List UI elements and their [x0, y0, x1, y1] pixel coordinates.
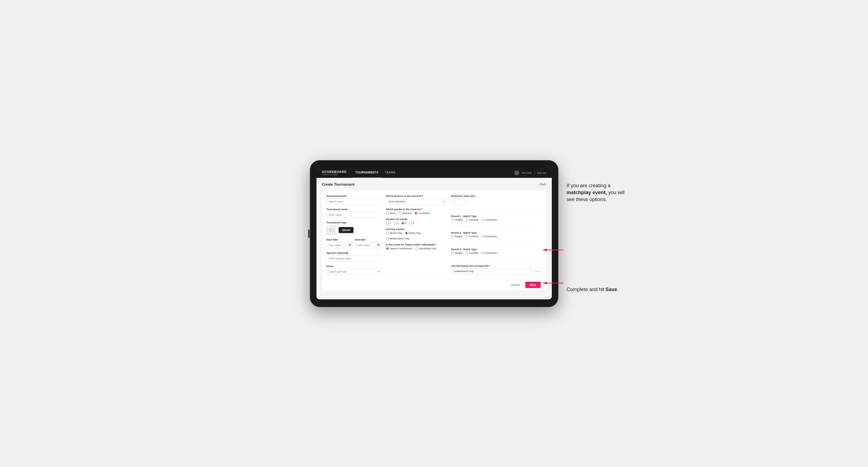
rounds-2[interactable]: 2 — [394, 222, 399, 224]
form-container: Tournament Host Tournament name Tourname… — [322, 190, 546, 279]
round1-fourball-label: Fourball — [469, 218, 478, 221]
round3-fourball-radio[interactable] — [466, 252, 468, 254]
cancel-button[interactable]: Cancel — [508, 282, 523, 288]
api-value: Leaderboard King — [454, 270, 474, 273]
save-button[interactable]: Save — [525, 282, 540, 288]
gender-mens-radio[interactable] — [386, 212, 389, 215]
venue-select-wrapper — [327, 269, 382, 275]
page-title: Create Tournament — [322, 182, 354, 186]
round2-foursomes-radio[interactable] — [481, 235, 484, 238]
upload-button[interactable]: Upload — [339, 227, 354, 233]
start-date-wrapper: 📅 — [327, 242, 353, 248]
api-label: Use third-party live scoring API? — [451, 264, 542, 267]
division-select-wrapper: NCAA Division I — [386, 198, 447, 205]
gender-womens-radio[interactable] — [399, 212, 401, 215]
round2-foursomes[interactable]: Foursomes — [481, 235, 497, 238]
scoring-match[interactable]: Match Play — [405, 232, 421, 235]
gender-womens[interactable]: Womens — [399, 212, 412, 215]
round3-label: Round 3 - Match Type — [451, 248, 542, 251]
round1-singles-label: Singles — [455, 218, 463, 221]
round1-fourball-radio[interactable] — [466, 218, 468, 221]
round3-singles-radio[interactable] — [451, 252, 454, 254]
form-footer: Cancel Save — [322, 279, 546, 290]
tournament-name-input[interactable] — [327, 212, 382, 218]
round2-singles[interactable]: Singles — [451, 235, 463, 238]
gender-radio-group: Mens Womens Combined — [386, 212, 447, 215]
event-individuals[interactable]: Individuals Only — [415, 247, 436, 250]
round2-singles-label: Singles — [455, 235, 463, 238]
rounds-3[interactable]: 3 — [402, 222, 406, 224]
annotation-bottom: Complete and hit Save. — [567, 286, 630, 293]
rounds-1-radio[interactable] — [386, 222, 389, 224]
signout-link[interactable]: Sign out — [537, 172, 546, 174]
venue-input[interactable] — [327, 269, 382, 275]
rounds-4-radio[interactable] — [409, 222, 412, 224]
tablet-frame: SCOREBOARD Powered by clippit TOURNAMENT… — [310, 160, 558, 307]
division-select[interactable]: NCAA Division I — [386, 198, 447, 205]
form-col-mid: Which division is the event for? NCAA Di… — [386, 195, 447, 275]
round1-radio-group: Singles Fourball Foursomes — [451, 218, 542, 221]
round2-match-type: Round 2 - Match Type Singles Fourball — [451, 231, 542, 238]
event-teams[interactable]: Teams (+Individuals) — [386, 247, 412, 250]
round1-fourball[interactable]: Fourball — [466, 218, 478, 221]
event-teams-radio[interactable] — [386, 247, 389, 250]
rounds-1[interactable]: 1 — [386, 222, 391, 224]
event-type-radio-group: Teams (+Individuals) Individuals Only — [386, 247, 447, 250]
round1-foursomes-radio[interactable] — [481, 218, 484, 221]
form-col-right: Maximum Team Size Round 1 - Match Type S… — [451, 195, 542, 275]
nav-tab-teams[interactable]: TEAMS — [382, 168, 399, 178]
round1-match-type: Round 1 - Match Type Singles Fourball — [451, 215, 542, 221]
api-select-wrapper[interactable]: Leaderboard King ✕ ▾ — [451, 269, 542, 274]
event-teams-label: Teams (+Individuals) — [390, 247, 412, 250]
logo-text: SCOREBOARD — [322, 170, 347, 174]
nav-logo: SCOREBOARD Powered by clippit — [322, 170, 347, 175]
scoring-stroke-radio[interactable] — [386, 232, 389, 235]
tournament-logo-label: Tournament logo — [327, 221, 382, 224]
gender-combined[interactable]: Combined — [414, 212, 429, 215]
scoring-match-radio[interactable] — [405, 232, 408, 235]
logo-subtext: Powered by clippit — [322, 174, 347, 175]
rounds-2-radio[interactable] — [394, 222, 397, 224]
sponsor-input[interactable] — [327, 255, 382, 261]
round2-singles-radio[interactable] — [451, 235, 454, 238]
gender-womens-label: Womens — [402, 212, 412, 215]
round3-fourball[interactable]: Fourball — [466, 252, 478, 254]
max-team-size-input[interactable] — [451, 198, 465, 205]
round1-singles-radio[interactable] — [451, 218, 454, 221]
event-individuals-radio[interactable] — [415, 247, 418, 250]
scoring-stroke[interactable]: Stroke Play — [386, 232, 402, 235]
scoring-stroke-label: Stroke Play — [390, 232, 402, 235]
max-team-size-label: Maximum Team Size — [451, 195, 542, 197]
tournament-name-field: Tournament name — [327, 208, 382, 218]
scoring-medal-label: Medal Match Play — [390, 237, 409, 240]
round2-label: Round 2 - Match Type — [451, 231, 542, 234]
tournament-host-input[interactable] — [327, 198, 382, 205]
scoring-medal[interactable]: Medal Match Play — [386, 237, 409, 240]
rounds-4[interactable]: 4 — [409, 222, 414, 224]
gender-mens[interactable]: Mens — [386, 212, 396, 215]
start-date-icon: 📅 — [348, 244, 351, 247]
round1-foursomes[interactable]: Foursomes — [481, 218, 497, 221]
tournament-logo-field: Tournament logo Upload — [327, 221, 382, 235]
round2-fourball[interactable]: Fourball — [466, 235, 478, 238]
end-date-icon: 📅 — [377, 244, 380, 247]
venue-field: Venue — [327, 265, 382, 275]
round2-fourball-label: Fourball — [469, 235, 478, 238]
scoring-medal-radio[interactable] — [386, 237, 389, 240]
round2-fourball-radio[interactable] — [466, 235, 468, 238]
round1-singles[interactable]: Singles — [451, 218, 463, 221]
nav-tab-tournaments[interactable]: TOURNAMENTS — [352, 168, 382, 178]
back-link[interactable]: Back — [538, 183, 546, 186]
logo-placeholder — [327, 225, 336, 235]
end-date-field: End date 📅 — [355, 238, 382, 248]
round3-foursomes-radio[interactable] — [481, 252, 484, 254]
rounds-3-radio[interactable] — [402, 222, 404, 224]
nav-bar: SCOREBOARD Powered by clippit TOURNAMENT… — [316, 168, 552, 178]
api-clear-icon[interactable]: ✕ ▾ — [535, 270, 539, 273]
gender-mens-label: Mens — [390, 212, 396, 215]
tournament-host-label: Tournament Host — [327, 195, 382, 197]
round3-foursomes[interactable]: Foursomes — [481, 252, 497, 254]
gender-combined-radio[interactable] — [414, 212, 417, 215]
event-individuals-label: Individuals Only — [419, 247, 436, 250]
round3-singles[interactable]: Singles — [451, 252, 463, 254]
